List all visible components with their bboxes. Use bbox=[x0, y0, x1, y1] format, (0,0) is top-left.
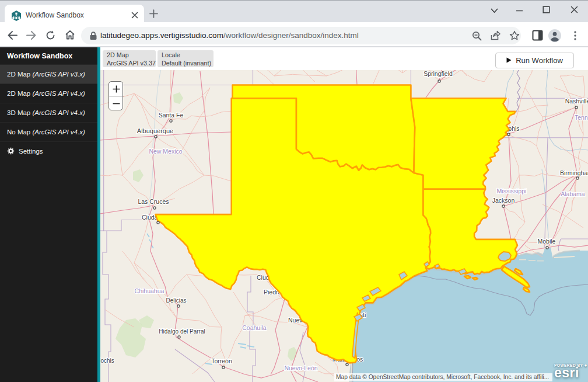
svg-text:Birmingham: Birmingham bbox=[560, 169, 588, 176]
svg-text:Santa Fe: Santa Fe bbox=[159, 112, 184, 119]
svg-text:Alabama: Alabama bbox=[561, 190, 585, 197]
svg-text:Hidalgo del Parral: Hidalgo del Parral bbox=[159, 328, 205, 335]
svg-text:Mississippi: Mississippi bbox=[497, 187, 527, 195]
svg-text:Jackson: Jackson bbox=[492, 197, 515, 204]
svg-text:Coahuila: Coahuila bbox=[242, 324, 267, 331]
svg-text:Nuevo-León: Nuevo-León bbox=[284, 364, 317, 371]
svg-text:Albuquerque: Albuquerque bbox=[137, 127, 173, 134]
svg-text:Torreón: Torreón bbox=[211, 357, 232, 364]
svg-text:Tennessee: Tennessee bbox=[575, 114, 588, 121]
svg-text:Mobile: Mobile bbox=[538, 238, 556, 245]
svg-text:New Mexico: New Mexico bbox=[149, 148, 182, 155]
svg-text:Delicias: Delicias bbox=[166, 297, 186, 304]
svg-text:Chihuahua: Chihuahua bbox=[135, 287, 164, 294]
svg-text:Nashville: Nashville bbox=[565, 98, 588, 105]
svg-text:Springfield: Springfield bbox=[424, 70, 453, 77]
svg-text:Mochis: Mochis bbox=[100, 357, 114, 364]
svg-text:Las Cruces: Las Cruces bbox=[138, 198, 169, 205]
